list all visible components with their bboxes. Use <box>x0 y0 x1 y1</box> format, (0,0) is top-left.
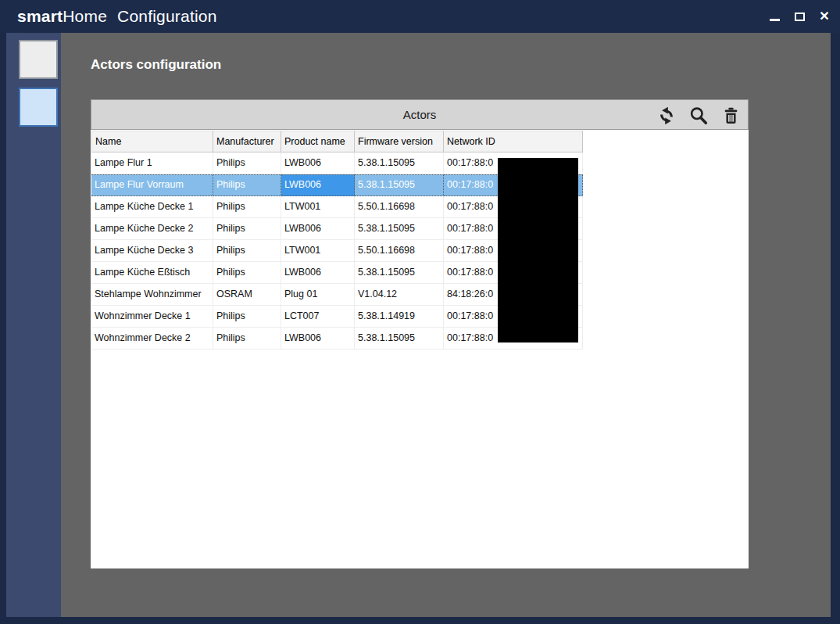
refresh-icon <box>656 106 677 126</box>
column-header-product[interactable]: Product name <box>281 131 355 152</box>
cell-manufacturer[interactable]: Philips <box>213 196 281 218</box>
maximize-button[interactable] <box>793 10 806 23</box>
cell-name[interactable]: Lampe Küche Decke 1 <box>91 196 213 218</box>
cell-manufacturer[interactable]: Philips <box>213 218 281 240</box>
cell-firmware[interactable]: 5.50.1.16698 <box>355 240 444 262</box>
cell-firmware[interactable]: V1.04.12 <box>355 284 444 306</box>
cell-name[interactable]: Lampe Küche Decke 2 <box>91 218 213 240</box>
cell-manufacturer[interactable]: Philips <box>213 240 281 262</box>
cell-manufacturer[interactable]: Philips <box>213 152 281 174</box>
cell-product[interactable]: LWB006 <box>281 152 355 174</box>
refresh-button[interactable] <box>656 105 677 127</box>
minimize-button[interactable] <box>768 10 781 23</box>
cell-firmware[interactable]: 5.38.1.14919 <box>355 306 444 328</box>
cell-firmware[interactable]: 5.38.1.15095 <box>355 218 444 240</box>
cell-firmware[interactable]: 5.50.1.16698 <box>355 196 444 218</box>
page-title: Actors configuration <box>91 57 221 73</box>
nav-button-bottom[interactable] <box>19 88 58 127</box>
actors-table-panel: Actors <box>91 99 749 568</box>
cell-name[interactable]: Wohnzimmer Decke 2 <box>91 328 213 350</box>
cell-product[interactable]: LCT007 <box>281 306 355 328</box>
column-header-name[interactable]: Name <box>91 131 213 152</box>
table-toolbar <box>656 100 742 131</box>
cell-name[interactable]: Lampe Flur 1 <box>91 152 213 174</box>
brand-rest: Home <box>63 7 107 25</box>
column-header-manufacturer[interactable]: Manufacturer <box>213 131 281 152</box>
close-icon: ✕ <box>819 10 829 23</box>
trash-icon <box>721 106 741 125</box>
brand-bold: smart <box>17 7 63 25</box>
cell-firmware[interactable]: 5.38.1.15095 <box>355 174 444 196</box>
main-content: Actors configuration Actors <box>61 33 831 617</box>
search-button[interactable] <box>688 105 710 127</box>
cell-product[interactable]: LWB006 <box>281 328 355 350</box>
cell-name[interactable]: Wohnzimmer Decke 1 <box>91 306 213 328</box>
column-header-network_id[interactable]: Network ID <box>444 131 583 152</box>
cell-manufacturer[interactable]: Philips <box>213 306 281 328</box>
cell-manufacturer[interactable]: Philips <box>213 328 281 350</box>
redaction-box <box>498 158 578 342</box>
window-titlebar: smartHomeConfiguration ✕ <box>0 0 840 33</box>
close-button[interactable]: ✕ <box>818 10 831 23</box>
column-header-firmware[interactable]: Firmware version <box>355 131 444 152</box>
minimize-icon <box>770 19 780 21</box>
cell-product[interactable]: LWB006 <box>281 262 355 284</box>
table-title: Actors <box>91 108 748 121</box>
cell-firmware[interactable]: 5.38.1.15095 <box>355 328 444 350</box>
cell-name[interactable]: Lampe Küche Decke 3 <box>91 240 213 262</box>
search-icon <box>688 106 709 126</box>
column-header-row: NameManufacturerProduct nameFirmware ver… <box>91 131 583 152</box>
cell-product[interactable]: LWB006 <box>281 174 355 196</box>
cell-firmware[interactable]: 5.38.1.15095 <box>355 262 444 284</box>
cell-product[interactable]: LWB006 <box>281 218 355 240</box>
cell-manufacturer[interactable]: OSRAM <box>213 284 281 306</box>
window-controls: ✕ <box>768 0 831 33</box>
app-name: Configuration <box>117 7 217 25</box>
cell-product[interactable]: Plug 01 <box>281 284 355 306</box>
delete-button[interactable] <box>720 105 742 127</box>
cell-firmware[interactable]: 5.38.1.15095 <box>355 152 444 174</box>
nav-button-top[interactable] <box>19 40 58 79</box>
cell-name[interactable]: Stehlampe Wohnzimmer <box>91 284 213 306</box>
sidebar <box>6 33 61 617</box>
cell-manufacturer[interactable]: Philips <box>213 262 281 284</box>
cell-product[interactable]: LTW001 <box>281 196 355 218</box>
window-title: smartHomeConfiguration <box>17 7 217 26</box>
cell-name[interactable]: Lampe Küche Eßtisch <box>91 262 213 284</box>
cell-name[interactable]: Lampe Flur Vorraum <box>91 174 213 196</box>
maximize-icon <box>795 13 805 21</box>
table-titlebar: Actors <box>91 99 749 130</box>
cell-product[interactable]: LTW001 <box>281 240 355 262</box>
cell-manufacturer[interactable]: Philips <box>213 174 281 196</box>
